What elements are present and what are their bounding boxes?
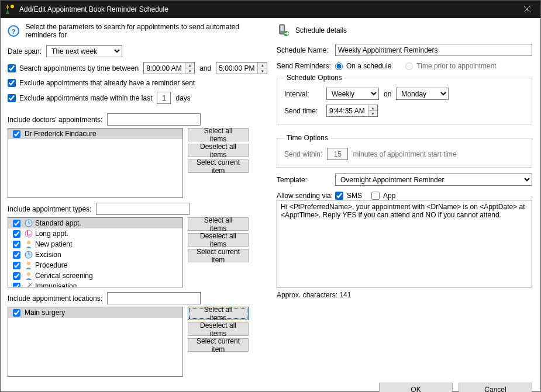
clock-icon — [25, 251, 33, 259]
deselect-all-button[interactable]: Deselect all items — [188, 233, 249, 247]
exclude-reminder-cb-input[interactable] — [8, 79, 16, 87]
template-textarea[interactable] — [277, 200, 532, 287]
time-to-spinner[interactable]: ▲▼ — [216, 62, 267, 74]
types-filter-input[interactable] — [96, 203, 189, 215]
type-item-checkbox[interactable] — [13, 241, 20, 248]
list-item[interactable]: Excision — [8, 249, 182, 260]
list-item[interactable]: Dr Frederick Findacure — [8, 129, 182, 139]
type-item-checkbox[interactable] — [13, 283, 20, 288]
select-all-button[interactable]: Select all items — [188, 217, 249, 231]
doctors-buttons: Select all items Deselect all items Sele… — [188, 128, 249, 173]
schedule-name-input[interactable] — [335, 44, 532, 56]
close-icon — [524, 6, 530, 12]
app-cb-input[interactable] — [371, 192, 380, 200]
doctor-item-checkbox[interactable] — [13, 130, 20, 138]
locations-filter-input[interactable] — [107, 292, 201, 304]
time-to-input[interactable] — [216, 63, 257, 74]
select-current-button[interactable]: Select current item — [188, 338, 249, 352]
list-item[interactable]: LLong appt. — [8, 228, 182, 239]
type-item-checkbox[interactable] — [13, 251, 20, 259]
search-time-cb-input[interactable] — [8, 64, 16, 72]
date-span-label: Date span: — [8, 47, 42, 55]
sms-cb-input[interactable] — [335, 192, 343, 200]
types-area: Standard appt.LLong appt.New patientExci… — [8, 217, 265, 287]
select-current-button[interactable]: Select current item — [188, 249, 249, 262]
doctors-list[interactable]: Dr Frederick Findacure — [8, 128, 183, 198]
radio-time-prior-label: Time prior to appointment — [416, 62, 496, 70]
exclude-days-input[interactable] — [157, 92, 170, 103]
doctor-item-label: Dr Frederick Findacure — [25, 130, 97, 138]
sms-cb-label: SMS — [347, 192, 362, 200]
doctors-filter-input[interactable] — [107, 113, 201, 126]
deselect-all-button[interactable]: Deselect all items — [188, 322, 249, 336]
send-time-spinner[interactable]: ▲▼ — [326, 105, 378, 117]
send-within-suffix: minutes of appointment start time — [353, 150, 456, 158]
time-from-spinner[interactable]: ▲▼ — [143, 62, 195, 74]
type-item-label: Excision — [35, 251, 61, 259]
radio-on-schedule[interactable]: On a schedule — [335, 62, 391, 70]
time-from-input[interactable] — [144, 63, 185, 74]
spin-up-icon[interactable]: ▲ — [368, 105, 377, 111]
svg-text:L: L — [26, 230, 30, 237]
details-header-text: Schedule details — [295, 26, 347, 34]
select-all-button[interactable]: Select all items — [188, 128, 249, 141]
list-item[interactable]: Main surgery — [8, 307, 182, 318]
spin-down-icon[interactable]: ▼ — [185, 68, 194, 74]
location-item-label: Main surgery — [25, 308, 65, 317]
type-item-checkbox[interactable] — [13, 220, 20, 227]
select-current-button[interactable]: Select current item — [188, 159, 249, 173]
types-buttons: Select all items Deselect all items Sele… — [188, 217, 249, 262]
exclude-within-checkbox[interactable]: Exclude appointments made within the las… — [8, 94, 152, 102]
locations-buttons: Select all items Deselect all items Sele… — [188, 307, 249, 352]
app-checkbox[interactable]: App — [371, 192, 395, 200]
list-item[interactable]: Standard appt. — [8, 218, 182, 228]
cancel-button[interactable]: Cancel — [459, 383, 532, 392]
svg-line-20 — [30, 283, 32, 285]
type-item-checkbox[interactable] — [13, 262, 20, 269]
select-all-button[interactable]: Select all items — [188, 307, 249, 320]
interval-select[interactable]: Weekly — [326, 88, 379, 100]
search-time-checkbox[interactable]: Search appointments by time between — [8, 64, 139, 72]
type-item-checkbox[interactable] — [13, 272, 20, 280]
doctors-label: Include doctors' appointments: — [8, 116, 102, 124]
radio-time-prior-input[interactable] — [405, 63, 413, 70]
interval-label: Interval: — [284, 90, 326, 98]
spin-down-icon[interactable]: ▼ — [368, 111, 377, 116]
locations-list[interactable]: Main surgery — [8, 307, 183, 377]
send-time-label: Send time: — [284, 107, 326, 115]
list-item[interactable]: Immunisation — [8, 281, 182, 287]
svg-text:?: ? — [12, 29, 15, 35]
deselect-all-button[interactable]: Deselect all items — [188, 144, 249, 157]
spin-up-icon[interactable]: ▲ — [258, 63, 267, 68]
day-select[interactable]: Monday — [396, 88, 449, 100]
send-time-input[interactable] — [327, 105, 368, 116]
spin-down-icon[interactable]: ▼ — [258, 68, 267, 74]
radio-time-prior[interactable]: Time prior to appointment — [405, 62, 496, 70]
intro-row: ? Select the parameters to search for ap… — [8, 23, 265, 39]
list-item[interactable]: Cervical screening — [8, 270, 182, 281]
type-item-checkbox[interactable] — [13, 230, 20, 238]
svg-line-19 — [26, 285, 30, 287]
list-item[interactable]: Procedure — [8, 260, 182, 270]
types-list[interactable]: Standard appt.LLong appt.New patientExci… — [8, 217, 183, 287]
type-item-label: Cervical screening — [35, 272, 93, 280]
date-span-select[interactable]: The next week — [46, 45, 122, 57]
ok-button[interactable]: OK — [379, 383, 453, 392]
exclude-reminder-checkbox[interactable]: Exclude appointments that already have a… — [8, 79, 195, 87]
template-select[interactable]: Overnight Appointment Reminder — [335, 174, 532, 186]
radio-on-schedule-input[interactable] — [335, 63, 343, 70]
exclude-days-spinner[interactable] — [157, 92, 171, 104]
list-item[interactable]: New patient — [8, 239, 182, 249]
location-item-checkbox[interactable] — [13, 309, 20, 317]
locations-label-row: Include appointment locations: — [8, 292, 265, 304]
spin-up-icon[interactable]: ▲ — [185, 63, 194, 68]
send-reminders-radios: On a schedule Time prior to appointment — [335, 62, 532, 70]
sms-checkbox[interactable]: SMS — [335, 192, 362, 200]
svg-point-17 — [27, 262, 30, 265]
exclude-within-cb-label: Exclude appointments made within the las… — [19, 94, 152, 102]
person-icon — [25, 272, 33, 280]
right-column: Schedule details Schedule Name: Send Rem… — [277, 23, 532, 377]
exclude-within-cb-input[interactable] — [8, 94, 16, 102]
close-button[interactable] — [514, 1, 540, 18]
help-icon: ? — [8, 25, 20, 37]
